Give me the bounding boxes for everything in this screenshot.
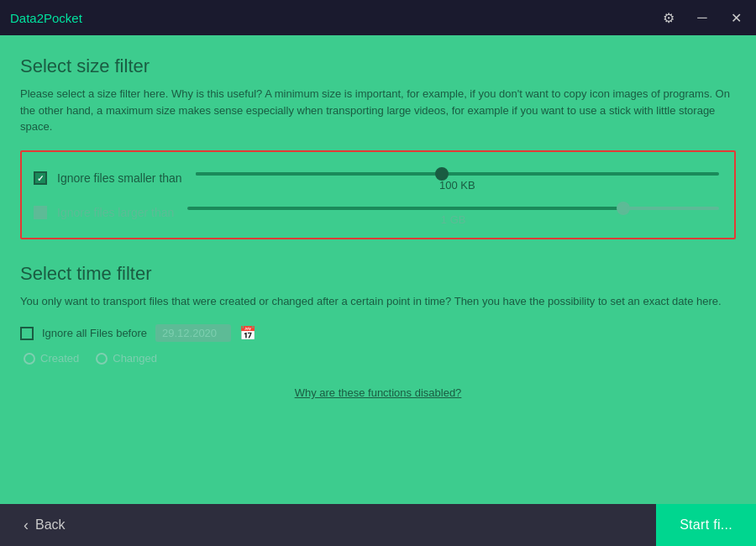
larger-than-checkbox[interactable] <box>34 206 47 219</box>
smaller-than-row: Ignore files smaller than 100 KB <box>34 165 719 192</box>
size-filter-box: Ignore files smaller than 100 KB Ignore … <box>20 150 736 239</box>
smaller-than-slider-track[interactable] <box>196 172 719 176</box>
time-filter-section: Select time filter You only want to tran… <box>20 263 736 401</box>
ignore-before-checkbox[interactable] <box>20 327 34 340</box>
title-bar-controls: ⚙ ─ ✕ <box>659 8 746 28</box>
app-title: Data2Pocket <box>10 11 82 25</box>
minimize-icon[interactable]: ─ <box>692 8 712 28</box>
larger-than-row: Ignore files larger than 1 GB <box>34 200 719 226</box>
larger-than-value: 1 GB <box>187 213 719 226</box>
radio-created-label: Created <box>40 352 79 365</box>
ignore-before-label: Ignore all Files before <box>42 327 147 339</box>
smaller-than-slider-thumb[interactable] <box>435 167 449 181</box>
smaller-than-value: 100 KB <box>196 179 719 192</box>
larger-than-label: Ignore files larger than <box>57 206 174 219</box>
larger-than-slider-thumb[interactable] <box>617 202 630 215</box>
back-button[interactable]: ‹ Back <box>13 510 76 541</box>
smaller-than-checkbox[interactable] <box>34 171 47 185</box>
title-bar: Data2Pocket ⚙ ─ ✕ <box>0 0 756 35</box>
radio-created-item: Created <box>24 352 79 365</box>
radio-changed-item: Changed <box>96 352 157 365</box>
smaller-than-slider-fill <box>196 172 442 176</box>
larger-than-slider-container: 1 GB <box>187 200 719 226</box>
date-input[interactable] <box>155 324 231 342</box>
smaller-than-label: Ignore files smaller than <box>57 171 182 185</box>
time-filter-desc: You only want to transport files that we… <box>20 293 736 310</box>
time-filter-title: Select time filter <box>20 263 736 285</box>
start-button[interactable]: Start fi... <box>656 504 756 546</box>
smaller-than-row-top: Ignore files smaller than 100 KB <box>34 165 719 192</box>
size-filter-desc: Please select a size filter here. Why is… <box>20 86 736 135</box>
radio-row: Created Changed <box>24 352 736 365</box>
title-bar-left: Data2Pocket <box>10 11 82 25</box>
back-label: Back <box>35 517 66 533</box>
radio-changed-label: Changed <box>113 352 157 365</box>
main-content: Select size filter Please select a size … <box>0 35 756 504</box>
radio-changed-button[interactable] <box>96 353 108 365</box>
bottom-bar: ‹ Back Start fi... <box>0 504 756 546</box>
close-icon[interactable]: ✕ <box>726 8 746 28</box>
larger-than-row-top: Ignore files larger than 1 GB <box>34 200 719 226</box>
size-filter-title: Select size filter <box>20 55 736 77</box>
calendar-icon[interactable]: 📅 <box>239 325 256 341</box>
why-disabled-container: Why are these functions disabled? <box>20 385 736 400</box>
ignore-row: Ignore all Files before 📅 <box>20 324 736 342</box>
larger-than-slider-track[interactable] <box>187 207 719 210</box>
why-disabled-link[interactable]: Why are these functions disabled? <box>295 386 462 399</box>
settings-icon[interactable]: ⚙ <box>659 8 679 28</box>
larger-than-slider-fill <box>187 207 623 210</box>
back-arrow-icon: ‹ <box>24 517 29 534</box>
smaller-than-slider-container: 100 KB <box>196 165 719 192</box>
radio-created-button[interactable] <box>24 353 35 365</box>
